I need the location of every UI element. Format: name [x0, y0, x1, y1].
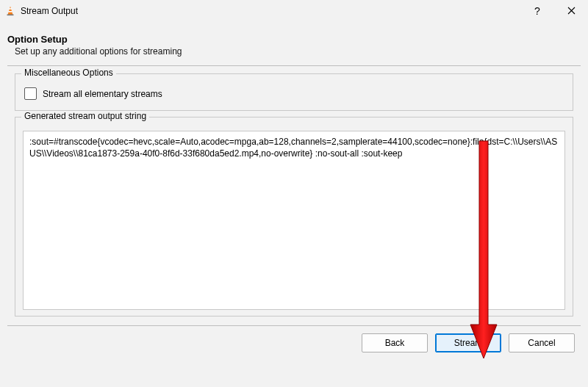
vlc-cone-icon [4, 5, 16, 17]
question-icon: ? [534, 5, 540, 17]
generated-output-textbox[interactable]: :sout=#transcode{vcodec=hevc,scale=Auto,… [23, 131, 565, 310]
svg-rect-1 [9, 8, 12, 10]
help-button[interactable]: ? [520, 0, 554, 22]
dialog-footer: Back Stream Cancel [0, 326, 588, 360]
group-legend: Generated stream output string [21, 111, 149, 121]
checkbox-box-icon [24, 87, 37, 100]
checkbox-stream-all-elementary[interactable]: Stream all elementary streams [23, 84, 565, 103]
page-header: Option Setup Set up any additional optio… [0, 22, 588, 62]
page-subtitle: Set up any additional options for stream… [7, 46, 581, 57]
group-legend: Miscellaneous Options [21, 68, 116, 78]
close-button[interactable] [554, 0, 588, 22]
stream-button[interactable]: Stream [435, 333, 501, 352]
group-miscellaneous-options: Miscellaneous Options Stream all element… [15, 73, 573, 111]
group-generated-output-string: Generated stream output string :sout=#tr… [15, 117, 573, 317]
svg-rect-3 [7, 15, 14, 16]
checkbox-label: Stream all elementary streams [43, 89, 162, 99]
page-title: Option Setup [7, 34, 581, 45]
svg-marker-0 [8, 7, 13, 15]
titlebar: Stream Output ? [0, 0, 588, 22]
close-icon [567, 5, 576, 17]
back-button[interactable]: Back [362, 333, 428, 352]
cancel-button[interactable]: Cancel [509, 333, 575, 352]
divider [7, 65, 581, 66]
svg-rect-2 [8, 11, 12, 12]
window-title: Stream Output [21, 6, 520, 16]
